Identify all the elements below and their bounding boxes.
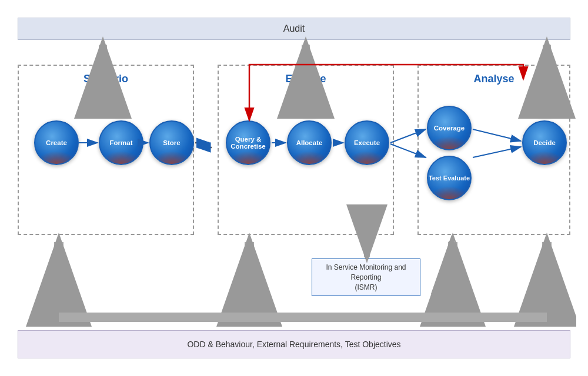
query-node: Query & Concretise (226, 120, 270, 165)
audit-bar: Audit (18, 18, 570, 40)
audit-label: Audit (283, 24, 305, 34)
allocate-node: Allocate (287, 120, 332, 165)
ismr-label: In Service Monitoring and Reporting(ISMR… (326, 263, 406, 291)
diagram-container: Audit Scenario Execute Analyse Create Fo… (12, 12, 576, 364)
create-node: Create (34, 120, 79, 165)
execute-node: Execute (345, 120, 389, 165)
analyse-title: Analyse (419, 73, 569, 85)
scenario-title: Scenario (19, 73, 193, 85)
bottom-bar-label: ODD & Behaviour, External Requirements, … (187, 340, 400, 349)
test-evaluate-node: Test Evaluate (427, 156, 472, 200)
store-node: Store (149, 120, 194, 165)
execute-title: Execute (219, 73, 393, 85)
decide-node: Decide (522, 120, 567, 165)
ismr-box: In Service Monitoring and Reporting(ISMR… (312, 258, 420, 296)
coverage-node: Coverage (427, 106, 472, 150)
format-node: Format (99, 120, 143, 165)
bottom-bar: ODD & Behaviour, External Requirements, … (18, 330, 570, 358)
